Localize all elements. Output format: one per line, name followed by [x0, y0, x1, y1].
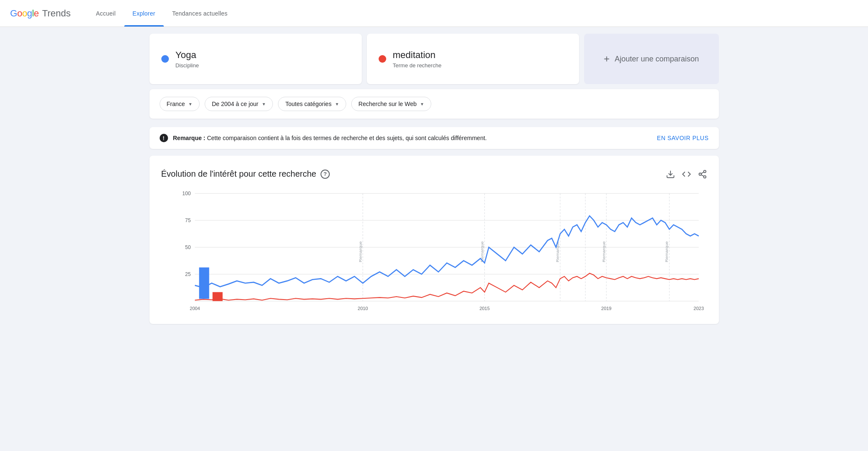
notice-link[interactable]: EN SAVOIR PLUS: [657, 135, 709, 141]
header: Google Trends Accueil Explorer Tendances…: [0, 0, 868, 27]
nav-tab-accueil[interactable]: Accueil: [88, 0, 124, 27]
google-text: Google: [10, 8, 39, 19]
search-card-yoga: Yoga Discipline: [150, 34, 362, 84]
logo-g2: g: [27, 8, 32, 19]
nav-tab-explorer[interactable]: Explorer: [124, 0, 164, 27]
svg-text:Remarque: Remarque: [664, 241, 669, 262]
filter-category-label: Toutes catégories: [285, 101, 331, 107]
main-content: Yoga Discipline meditation Terme de rech…: [139, 34, 729, 324]
yoga-name: Yoga: [176, 50, 199, 61]
search-card-meditation: meditation Terme de recherche: [367, 34, 579, 84]
meditation-name: meditation: [393, 50, 442, 61]
filter-region-label: France: [167, 101, 185, 107]
filter-period-arrow: ▼: [262, 102, 266, 106]
svg-point-3: [703, 175, 706, 178]
meditation-dot: [379, 55, 386, 63]
yoga-dot: [161, 55, 169, 63]
nav-tab-tendances[interactable]: Tendances actuelles: [164, 0, 236, 27]
filter-type-arrow: ▼: [420, 102, 424, 106]
add-comparison-card[interactable]: + Ajouter une comparaison: [584, 34, 719, 84]
notice-bar: ! Remarque : Cette comparaison contient …: [150, 127, 719, 149]
main-nav: Accueil Explorer Tendances actuelles: [88, 0, 236, 27]
trends-text: Trends: [42, 8, 71, 19]
search-cards-row: Yoga Discipline meditation Terme de rech…: [150, 34, 719, 84]
filter-category-arrow: ▼: [335, 102, 339, 106]
svg-text:2023: 2023: [693, 306, 703, 311]
svg-point-2: [699, 173, 701, 175]
filter-period[interactable]: De 2004 à ce jour ▼: [205, 97, 273, 111]
svg-text:50: 50: [185, 244, 190, 250]
svg-text:Remarque: Remarque: [358, 241, 362, 262]
chart-title-row: Évolution de l'intérêt pour cette recher…: [161, 169, 330, 179]
chart-actions: [666, 170, 707, 179]
svg-text:2015: 2015: [479, 306, 489, 311]
mini-bar-yoga: [199, 268, 209, 299]
svg-text:Remarque: Remarque: [601, 241, 606, 262]
filter-type[interactable]: Recherche sur le Web ▼: [351, 97, 431, 111]
filter-row: France ▼ De 2004 à ce jour ▼ Toutes caté…: [150, 89, 719, 119]
chart-title: Évolution de l'intérêt pour cette recher…: [161, 169, 316, 179]
add-comparison-text: Ajouter une comparaison: [614, 55, 699, 64]
logo-o1: o: [17, 8, 22, 19]
logo-o2: o: [22, 8, 27, 19]
yoga-type: Discipline: [176, 62, 199, 69]
trend-chart: 100 75 50 25 Remarque Remarque Remarque …: [161, 189, 707, 324]
meditation-info: meditation Terme de recherche: [393, 50, 442, 69]
svg-text:100: 100: [182, 191, 190, 196]
embed-button[interactable]: [682, 170, 691, 179]
notice-icon: !: [160, 134, 168, 142]
add-icon: +: [604, 53, 609, 65]
download-button[interactable]: [666, 170, 675, 179]
share-button[interactable]: [698, 170, 707, 179]
meditation-type: Terme de recherche: [393, 62, 442, 69]
svg-text:2004: 2004: [190, 306, 200, 311]
svg-text:75: 75: [185, 218, 190, 223]
chart-header: Évolution de l'intérêt pour cette recher…: [161, 169, 707, 179]
help-icon[interactable]: ?: [320, 170, 330, 179]
notice-left: ! Remarque : Cette comparaison contient …: [160, 134, 487, 142]
chart-container: 100 75 50 25 Remarque Remarque Remarque …: [161, 189, 707, 324]
svg-text:Remarque: Remarque: [555, 241, 560, 262]
svg-point-1: [703, 170, 706, 172]
logo-g: G: [10, 8, 17, 19]
filter-period-label: De 2004 à ce jour: [212, 101, 259, 107]
yoga-info: Yoga Discipline: [176, 50, 199, 69]
notice-text: Remarque : Cette comparaison contient à …: [173, 135, 487, 141]
svg-line-5: [701, 172, 703, 173]
logo-e: e: [34, 8, 39, 19]
svg-text:2010: 2010: [358, 306, 368, 311]
notice-bold: Remarque :: [173, 135, 206, 141]
google-trends-logo: Google Trends: [10, 8, 71, 19]
filter-region-arrow: ▼: [188, 102, 192, 106]
notice-body: Cette comparaison contient à la fois des…: [206, 135, 487, 141]
svg-text:2019: 2019: [601, 306, 611, 311]
chart-section: Évolution de l'intérêt pour cette recher…: [150, 156, 719, 324]
filter-region[interactable]: France ▼: [160, 97, 200, 111]
filter-category[interactable]: Toutes catégories ▼: [278, 97, 346, 111]
svg-line-4: [701, 175, 703, 176]
meditation-line: [195, 273, 698, 300]
filter-type-label: Recherche sur le Web: [358, 101, 417, 107]
mini-bar-meditation: [212, 292, 222, 301]
svg-text:25: 25: [185, 271, 190, 277]
